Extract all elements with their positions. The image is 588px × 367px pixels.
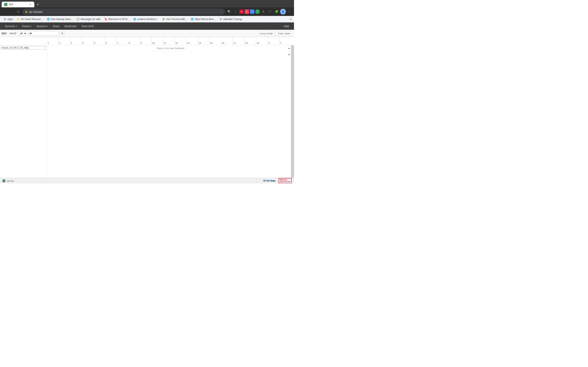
track-area: mouse_110_WT_C_R1_Align... Zoom in to se… xyxy=(0,45,294,178)
ext-pocket-icon[interactable]: ◻ xyxy=(245,9,249,14)
bookmark-alphabet-label: Alphabet Tracing... xyxy=(223,18,243,21)
share-menu[interactable]: Share xyxy=(50,22,62,30)
tab-close-button[interactable]: ✕ xyxy=(29,3,32,6)
genome-menu[interactable]: Genome ▾ xyxy=(2,22,19,30)
status-bar: igv.org UC San Diego BROADINSTITUTE xyxy=(0,178,294,184)
track-row-1 xyxy=(47,51,294,58)
bookmark-use-chrome[interactable]: ⊞ Use Chrome with... xyxy=(160,17,189,22)
tracks-menu-label: Tracks xyxy=(22,25,30,28)
star-icon[interactable]: ☆ xyxy=(220,10,223,13)
igv-toolbar: IGV mm10 all Cursor Guide Track Labels xyxy=(0,30,294,37)
chr-Y: Y xyxy=(279,37,291,45)
track-content-column: Zoom in to see features xyxy=(47,45,294,178)
bookmark-menu[interactable]: Bookmark xyxy=(62,22,79,30)
chr-13: 13 xyxy=(186,37,198,45)
bookmarks-bar: ⊞ Apps 📁 UC Davis Resourc... 🌐 How leasi… xyxy=(0,16,294,22)
bookmark-messages[interactable]: 💬 Messages for web xyxy=(75,17,102,22)
globe-icon-2: 🌐 xyxy=(133,17,136,21)
translate-icon[interactable]: A xyxy=(260,9,266,15)
igv-app: Genome ▾ Tracks ▾ Session ▾ Share Bookma… xyxy=(0,22,294,178)
chr-17: 17 xyxy=(233,37,244,45)
genome-menu-label: Genome xyxy=(5,25,15,28)
track-labels-button[interactable]: Track Labels xyxy=(276,31,292,36)
bookmark-alphabet[interactable]: W Alphabet Tracing... xyxy=(217,17,245,22)
bookmark-ucdavis-bio[interactable]: 🌐 ucdavis-bioinform... xyxy=(131,17,160,22)
track-gear-column xyxy=(287,45,291,58)
puzzle-icon[interactable]: 🧩 xyxy=(274,9,279,15)
ext-red-icon[interactable]: M xyxy=(239,9,244,14)
help-button[interactable]: Help xyxy=(281,25,292,28)
bookmarks-more-button[interactable]: » xyxy=(289,17,292,22)
broad-text: BROADINSTITUTE xyxy=(280,179,290,183)
scrollbar-thumb[interactable] xyxy=(291,45,294,178)
track-gear-icon-1[interactable] xyxy=(287,51,291,58)
vertical-scrollbar[interactable] xyxy=(291,45,294,178)
tab-favicon: I xyxy=(4,3,7,6)
ucsd-text: UC San Diego xyxy=(263,180,276,182)
save-svg-menu[interactable]: Save SVG xyxy=(79,22,96,30)
bookmark-welcome-label: Welcome to All W... xyxy=(108,18,129,21)
ext-green-icon[interactable] xyxy=(255,9,260,14)
chr-6: 6 xyxy=(105,37,117,45)
tracks-chevron-icon: ▾ xyxy=(30,25,31,27)
address-actions: 🔍 ☆ M ◻ F A 🛡 🧩 👤 ⋮ xyxy=(226,9,292,15)
bookmark-uc-davis-label: UC Davis Resourc... xyxy=(21,18,43,21)
chr-2: 2 xyxy=(58,37,70,45)
chromosome-ruler: 1 2 3 4 5 6 7 8 9 10 11 12 13 14 15 16 1… xyxy=(0,37,294,45)
search-icon xyxy=(61,32,63,35)
back-button[interactable]: ← xyxy=(2,9,7,15)
menu-button[interactable]: ⋮ xyxy=(287,9,292,15)
chr-X: X xyxy=(268,37,279,45)
star-button[interactable]: ☆ xyxy=(233,9,238,15)
chr-16: 16 xyxy=(221,37,233,45)
ucsd-logo: UC San Diego xyxy=(263,180,276,182)
globe-icon-1: 🌐 xyxy=(47,17,50,21)
bookmark-apps[interactable]: ⊞ Apps xyxy=(2,17,15,22)
chr-15: 15 xyxy=(209,37,221,45)
search-icon[interactable]: 🔍 xyxy=(226,9,232,15)
chr-11: 11 xyxy=(163,37,174,45)
active-tab[interactable]: I IGV ✕ xyxy=(2,2,34,7)
chr-12: 12 xyxy=(174,37,186,45)
wp-icon: W xyxy=(219,17,222,21)
locus-input[interactable] xyxy=(28,31,59,36)
profile-button[interactable]: 👤 xyxy=(280,9,286,15)
address-bar: ← → ↻ 🔒 igv.org/app/ ☆ 🔍 ☆ M ◻ F A 🛡 🧩 👤… xyxy=(0,7,294,16)
session-menu-label: Session xyxy=(36,25,46,28)
ext-blue-icon[interactable]: F xyxy=(250,9,254,14)
forward-button[interactable]: → xyxy=(9,9,14,15)
cursor-guide-button[interactable]: Cursor Guide xyxy=(258,31,275,36)
bookmark-forms-libra-label: https://forms.libra... xyxy=(195,18,215,21)
zoom-message: Zoom in to see features xyxy=(156,47,185,50)
bookmark-how-leasing-label: How leasing reduc... xyxy=(51,18,73,21)
track-row-0: Zoom in to see features xyxy=(47,45,294,51)
svg-point-1 xyxy=(61,33,63,34)
bookmark-welcome[interactable]: 🔖 Welcome to All W... xyxy=(103,17,131,22)
bookmark-forms-libra[interactable]: 🌐 https://forms.libra... xyxy=(189,17,217,22)
chr-8: 8 xyxy=(128,37,140,45)
track-gear-icon-0[interactable] xyxy=(287,45,291,51)
status-left: igv.org xyxy=(2,179,13,182)
chr-19: 19 xyxy=(256,37,268,45)
bookmark-how-leasing[interactable]: 🌐 How leasing reduc... xyxy=(45,17,75,22)
bookmark-menu-label: Bookmark xyxy=(65,25,77,28)
folder-icon: 📁 xyxy=(17,17,20,21)
svg-line-2 xyxy=(63,34,63,34)
url-text: igv.org/app/ xyxy=(29,10,219,13)
chr-18: 18 xyxy=(244,37,256,45)
chr-5: 5 xyxy=(93,37,105,45)
apps-grid-icon: ⊞ xyxy=(3,17,7,21)
url-bar[interactable]: 🔒 igv.org/app/ ☆ xyxy=(22,8,225,15)
browser-frame: I IGV ✕ + ← → ↻ 🔒 igv.org/app/ ☆ 🔍 ☆ M ◻… xyxy=(0,0,294,184)
tracks-menu[interactable]: Tracks ▾ xyxy=(19,22,34,30)
igv-content: 1 2 3 4 5 6 7 8 9 10 11 12 13 14 15 16 1… xyxy=(0,37,294,178)
new-tab-button[interactable]: + xyxy=(35,2,41,7)
bookmark-uc-davis[interactable]: 📁 UC Davis Resourc... xyxy=(15,17,44,22)
shield-icon[interactable]: 🛡 xyxy=(267,9,273,15)
reload-button[interactable]: ↻ xyxy=(16,9,21,15)
track-label-column: mouse_110_WT_C_R1_Align... xyxy=(0,45,47,178)
chromosome-select[interactable]: all xyxy=(18,31,27,36)
search-button[interactable] xyxy=(60,31,65,36)
chr-4: 4 xyxy=(82,37,93,45)
session-menu[interactable]: Session ▾ xyxy=(34,22,50,30)
